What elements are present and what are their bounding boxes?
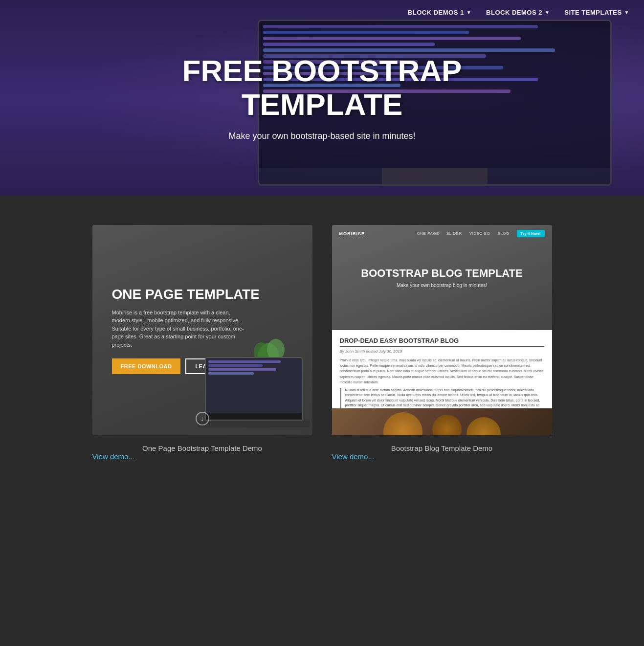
food-circle-2 — [432, 415, 462, 436]
card-blog-link[interactable]: View demo... — [332, 452, 374, 461]
laptop-screen — [205, 357, 303, 421]
nav-site-templates-label: SITE TEMPLATES — [564, 9, 622, 16]
chevron-down-icon: ▼ — [545, 10, 550, 15]
laptop-keyboard — [198, 421, 310, 427]
card-blog-nav-onepage: ONE PAGE — [417, 231, 439, 236]
blog-body-text-1: Proin id eros arcu. Integer neque urna, … — [340, 357, 544, 385]
navigation: BLOCK DEMOS 1 ▼ BLOCK DEMOS 2 ▼ SITE TEM… — [393, 0, 644, 25]
try-it-now-button[interactable]: Try it Now! — [517, 230, 545, 237]
code-line — [263, 25, 538, 28]
nav-block-demos-1[interactable]: BLOCK DEMOS 1 ▼ — [408, 9, 471, 16]
card-one-page[interactable]: ONE PAGE TEMPLATE Mobirise is a free boo… — [92, 225, 312, 461]
chevron-down-icon: ▼ — [466, 10, 471, 15]
hero-title: FREE BOOTSTRAP TEMPLATE — [151, 54, 493, 121]
laptop-display — [206, 358, 302, 413]
card-blog-brand: MOBIRISE — [339, 231, 365, 236]
chevron-down-icon: ▼ — [624, 10, 629, 15]
food-preview — [332, 408, 552, 435]
card-blog-top: MOBIRISE ONE PAGE SLIDER VIDEO BO BLOG T… — [332, 225, 552, 330]
blog-post-title: DROP-DEAD EASY BOOTSTRAP BLOG — [340, 337, 544, 347]
card-blog-title: BOOTSTRAP BLOG TEMPLATE — [361, 267, 522, 280]
hero-text: FREE BOOTSTRAP TEMPLATE Make your own bo… — [141, 45, 503, 151]
cards-section: ONE PAGE TEMPLATE Mobirise is a free boo… — [0, 196, 644, 500]
food-circle-3 — [466, 417, 501, 436]
free-download-button[interactable]: FREE DOWNLOAD — [112, 358, 181, 374]
nav-site-templates[interactable]: SITE TEMPLATES ▼ — [564, 9, 629, 16]
card-blog-subtitle: Make your own bootstrap blog in minutes! — [397, 283, 487, 288]
card-blog-nav-slider: SLIDER — [446, 231, 462, 236]
card-blog-content: DROP-DEAD EASY BOOTSTRAP BLOG By John Sm… — [332, 330, 552, 435]
hero-subtitle: Make your own bootstrap-based site in mi… — [151, 131, 493, 141]
card-one-page-title: ONE PAGE TEMPLATE — [112, 286, 293, 303]
card-blog[interactable]: MOBIRISE ONE PAGE SLIDER VIDEO BO BLOG T… — [332, 225, 552, 461]
card-one-page-link[interactable]: View demo... — [92, 452, 134, 461]
card-blog-nav: MOBIRISE ONE PAGE SLIDER VIDEO BO BLOG T… — [332, 230, 552, 237]
nav-block-demos-2[interactable]: BLOCK DEMOS 2 ▼ — [486, 9, 550, 16]
code-line — [263, 31, 469, 34]
card-blog-label: Bootstrap Blog Template Demo — [332, 444, 552, 452]
scroll-down-icon: ↓ — [196, 412, 209, 425]
nav-block-demos-1-label: BLOCK DEMOS 1 — [408, 9, 464, 16]
card-one-page-label: One Page Bootstrap Template Demo — [92, 444, 312, 452]
code-line — [263, 37, 521, 40]
card-blog-nav-videobо: VIDEO BO — [469, 231, 490, 236]
card-blog-nav-blog: BLOG — [497, 231, 509, 236]
food-circle-1 — [383, 412, 422, 436]
blog-byline: By John Smith posted July 30, 2019 — [340, 349, 544, 354]
hero-section: FREE BOOTSTRAP TEMPLATE Make your own bo… — [0, 0, 644, 196]
card-one-page-bg: ONE PAGE TEMPLATE Mobirise is a free boo… — [92, 225, 312, 435]
monitor-stand — [382, 168, 488, 184]
card-one-page-image: ONE PAGE TEMPLATE Mobirise is a free boo… — [92, 225, 312, 435]
card-blog-image: MOBIRISE ONE PAGE SLIDER VIDEO BO BLOG T… — [332, 225, 552, 435]
card-one-page-description: Mobirise is a free bootstrap template wi… — [112, 309, 249, 349]
nav-block-demos-2-label: BLOCK DEMOS 2 — [486, 9, 542, 16]
